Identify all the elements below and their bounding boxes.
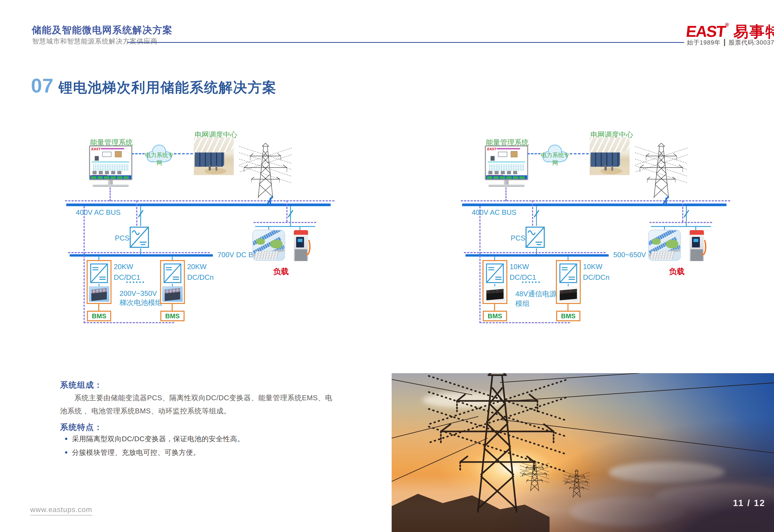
comm-line-bms <box>479 322 570 323</box>
monitor-stand-base <box>488 184 524 187</box>
pcs-symbol <box>129 226 149 249</box>
ems-monitor-icon: EAST <box>89 145 132 180</box>
brand-tagline: 始于1989年 ┃ 股票代码:300376 <box>687 38 774 47</box>
comm-line-load <box>682 200 683 222</box>
branchn-label: 10KW DC/DCn <box>583 261 610 283</box>
bmsn-link <box>172 304 172 311</box>
load-bus-line <box>651 226 711 227</box>
building-feed <box>664 227 665 230</box>
monitor-stand <box>504 180 508 184</box>
pcs-label: PCS <box>511 234 525 242</box>
dispatch-room-photo <box>194 137 234 175</box>
load-comm-line <box>254 222 316 223</box>
comm-dc-line <box>68 252 210 253</box>
telecom-module-image <box>558 286 578 302</box>
comm-line-monitor <box>110 187 111 201</box>
brochure-page: 储能及智能微电网系统解决方案 智慧城市和智慧能源系统解决方案供应商 EAST®易… <box>0 0 774 532</box>
load-comm-line <box>649 222 712 223</box>
network-label: 电力系统专网 <box>144 151 174 167</box>
website-link[interactable]: www.eastups.com <box>30 505 92 515</box>
ems-monitor-icon: EAST <box>485 145 528 180</box>
transmission-tower-icon <box>239 142 292 200</box>
monitor-stand <box>108 180 113 184</box>
system-diagram-battery: 能量管理系统 EAST 电力系统专网 电网调度中心 400V AC BUS <box>65 130 334 331</box>
load-bus-line <box>255 226 315 227</box>
monitor-stand-base <box>92 184 129 187</box>
bullet-icon <box>65 451 67 454</box>
ac-bus-bar <box>66 204 331 206</box>
comm-line-load <box>286 200 288 222</box>
comm-line-vertical <box>84 206 85 323</box>
feature-item: 分簇模块管理、充放电可控、可换方便。 <box>65 448 328 457</box>
building-feed <box>268 227 269 230</box>
dc-bus-bar <box>465 254 609 257</box>
section-title: 锂电池梯次利用储能系统解决方案 <box>58 78 277 97</box>
dcdc-symbol <box>90 263 108 284</box>
campus-building-image <box>252 230 285 261</box>
ac-bus-label: 400V AC BUS <box>76 208 120 217</box>
comm-dc-line <box>464 252 606 253</box>
load-label: 负载 <box>268 266 294 277</box>
link-monitor-cloud <box>527 153 540 154</box>
dcdc-symbol <box>163 263 181 284</box>
doc-subtitle: 智慧城市和智慧能源系统解决方案供应商 <box>32 37 157 46</box>
transmission-tower-icon <box>635 142 688 200</box>
features-heading: 系统特点： <box>60 422 103 433</box>
ac-bus-bar <box>462 204 727 206</box>
bms1-link <box>98 304 99 311</box>
module-voltage-label: 200V~350V <box>119 289 166 298</box>
telecom-branch-n <box>556 260 580 304</box>
link-monitor-cloud <box>131 153 145 154</box>
comm-bus-line <box>461 200 730 201</box>
bms1-box: BMS <box>87 311 111 321</box>
system-diagram-telecom: 能量管理系统 EAST 电力系统专网 电网调度中心 400V AC BUS <box>461 130 730 331</box>
battery-module-image <box>162 286 183 302</box>
ellipsis-dots: ...... <box>126 275 145 285</box>
composition-body: 系统主要由储能变流器PCS、隔离性双向DC/DC变换器、能量管理系统EMS、电池… <box>60 391 339 418</box>
ev-charger-image <box>690 230 704 261</box>
module-type-label: 48V通信电源模组 <box>515 289 562 308</box>
comm-line-monitor <box>505 187 506 201</box>
dispatch-room-photo <box>590 137 630 175</box>
network-label: 电力系统专网 <box>540 151 570 167</box>
branchn-name: DC/DCn <box>583 272 610 283</box>
branch1-power: 10KW <box>509 261 536 272</box>
comm-line-pcs <box>136 200 137 226</box>
load-label: 负载 <box>664 266 690 277</box>
load-feed-line <box>686 206 687 226</box>
branchn-power: 10KW <box>583 261 610 272</box>
branchn-feed <box>172 257 172 260</box>
telecom-module-image <box>485 286 505 302</box>
branch1-power: 20KW <box>114 261 140 272</box>
comm-bus-line <box>65 200 334 201</box>
battery-module-image <box>89 286 109 302</box>
comm-line-bms <box>84 322 174 323</box>
comm-line-vertical <box>479 206 480 323</box>
ems-screen-brand: EAST <box>487 147 496 151</box>
page-number: 11 / 12 <box>733 498 765 508</box>
ems-screen-brand: EAST <box>91 147 100 151</box>
pcs-symbol <box>525 226 545 249</box>
bullet-icon <box>65 438 67 440</box>
battery-branch-1 <box>87 260 111 304</box>
pcs-dc-line <box>536 248 537 255</box>
brand-logo-east: EAST <box>685 22 726 41</box>
ev-charger-image <box>294 230 308 261</box>
pcs-label: PCS <box>115 234 129 242</box>
bmsn-link <box>567 304 568 311</box>
feature-text: 采用隔离型双向DC/DC变换器，保证电池的安全性高。 <box>72 434 245 444</box>
branch1-feed <box>98 257 99 260</box>
dcdc-symbol <box>559 263 577 284</box>
campus-building-image <box>648 230 681 261</box>
dcdc-symbol <box>486 263 504 284</box>
header-divider <box>127 42 684 43</box>
battery-branch-n <box>160 260 185 304</box>
branchn-label: 20KW DC/DCn <box>187 261 214 283</box>
section-number: 07 <box>31 74 54 97</box>
bmsn-box: BMS <box>160 311 184 321</box>
bmsn-box: BMS <box>556 311 580 321</box>
link-cloud-dispatch <box>174 153 193 154</box>
features-list: 采用隔离型双向DC/DC变换器，保证电池的安全性高。 分簇模块管理、充放电可控、… <box>65 434 328 461</box>
load-feed-line <box>290 206 291 226</box>
branchn-feed <box>567 257 568 260</box>
